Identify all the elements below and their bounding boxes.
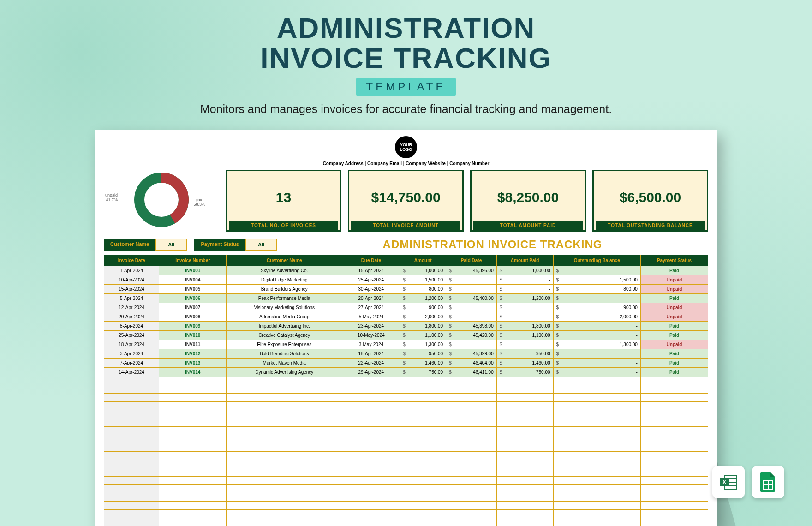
kpi-card-3: $6,500.00TOTAL OUTSTANDING BALANCE [592, 170, 708, 232]
kpi-value: $8,250.00 [473, 174, 583, 221]
table-row-empty [104, 394, 708, 402]
table-row: 25-Apr-2024INV010Creative Catalyst Agenc… [104, 331, 708, 340]
table-row: 20-Apr-2024INV008Adrenaline Media Group5… [104, 312, 708, 322]
filter-status-value: All [245, 239, 277, 251]
hero-subtitle: Monitors and manages invoices for accura… [0, 102, 812, 116]
column-header: Payment Status [640, 255, 708, 266]
kpi-label: TOTAL INVOICE AMOUNT [351, 221, 460, 230]
kpi-value: $6,500.00 [596, 174, 705, 221]
logo-placeholder: YOUR LOGO [395, 136, 417, 158]
table-row: 1-Apr-2024INV001Skyline Advertising Co.1… [104, 266, 708, 275]
table-row: 18-Apr-2024INV011Elite Exposure Enterpri… [104, 340, 708, 349]
filter-customer-label: Customer Name [104, 239, 155, 251]
table-row-empty [104, 418, 708, 427]
kpi-card-0: 13TOTAL NO. OF INVOICES [226, 170, 341, 232]
invoice-table: Invoice DateInvoice NumberCustomer NameD… [104, 255, 708, 526]
kpi-card-1: $14,750.00TOTAL INVOICE AMOUNT [348, 170, 464, 232]
kpi-label: TOTAL NO. OF INVOICES [229, 221, 338, 230]
table-row-empty [104, 493, 708, 502]
filter-customer-value: All [155, 239, 187, 251]
column-header: Paid Date [446, 255, 497, 266]
column-header: Invoice Date [104, 255, 159, 266]
filter-status-label: Payment Status [194, 239, 245, 251]
table-row: 7-Apr-2024INV013Market Maven Media22-Apr… [104, 359, 708, 368]
spreadsheet-preview: YOUR LOGO Company Address | Company Emai… [95, 130, 717, 526]
column-header: Outstanding Balance [553, 255, 640, 266]
column-header: Due Date [342, 255, 400, 266]
filter-customer[interactable]: Customer Name All [104, 239, 187, 251]
column-header: Customer Name [227, 255, 342, 266]
table-row-empty [104, 410, 708, 418]
google-sheets-icon[interactable] [752, 466, 784, 498]
table-row-empty [104, 502, 708, 510]
hero-title-line1: ADMINISTRATION [0, 13, 812, 43]
donut-paid-pct: 58.3% [193, 202, 205, 207]
table-row-empty [104, 477, 708, 485]
donut-paid-label: paid [196, 197, 203, 202]
kpi-value: 13 [229, 174, 338, 221]
excel-icon[interactable]: X [712, 466, 745, 498]
table-row: 15-Apr-2024INV005Brand Builders Agency30… [104, 285, 708, 294]
table-row-empty [104, 485, 708, 493]
table-row-empty [104, 427, 708, 435]
table-row-empty [104, 510, 708, 518]
table-title: ADMINISTRATION INVOICE TRACKING [277, 238, 708, 251]
table-row: 12-Apr-2024INV007Visionary Marketing Sol… [104, 303, 708, 312]
table-row: 14-Apr-2024INV014Dynamic Advertising Age… [104, 368, 708, 377]
table-row-empty [104, 518, 708, 526]
donut-chart: unpaid 41.7% paid 58.3% [104, 170, 219, 232]
column-header: Invoice Number [159, 255, 227, 266]
table-row-empty [104, 468, 708, 477]
column-header: Amount [400, 255, 446, 266]
table-row-empty [104, 435, 708, 443]
donut-unpaid-pct: 41.7% [106, 197, 118, 202]
column-header: Amount Paid [496, 255, 553, 266]
kpi-value: $14,750.00 [351, 174, 460, 221]
svg-text:X: X [722, 479, 726, 485]
kpi-label: TOTAL AMOUNT PAID [473, 221, 583, 230]
table-row-empty [104, 443, 708, 452]
company-meta: Company Address | Company Email | Compan… [104, 161, 708, 166]
table-row: 8-Apr-2024INV009Impactful Advertising In… [104, 322, 708, 331]
donut-unpaid-label: unpaid [105, 193, 118, 197]
table-row-empty [104, 377, 708, 385]
table-row: 5-Apr-2024INV006Peak Performance Media20… [104, 294, 708, 303]
hero-title-line2: INVOICE TRACKING [0, 43, 812, 73]
kpi-card-2: $8,250.00TOTAL AMOUNT PAID [470, 170, 586, 232]
kpi-label: TOTAL OUTSTANDING BALANCE [596, 221, 705, 230]
table-row-empty [104, 460, 708, 468]
table-row: 3-Apr-2024INV012Bold Branding Solutions1… [104, 349, 708, 359]
table-row-empty [104, 452, 708, 460]
table-row-empty [104, 402, 708, 410]
hero-pill: TEMPLATE [356, 78, 456, 96]
table-row: 10-Apr-2024INV004Digital Edge Marketing2… [104, 275, 708, 285]
filter-status[interactable]: Payment Status All [194, 239, 277, 251]
table-row-empty [104, 385, 708, 394]
